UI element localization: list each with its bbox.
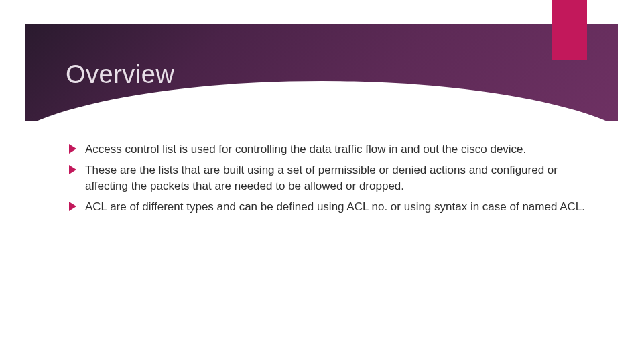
slide-title: Overview <box>66 60 174 89</box>
accent-tab <box>552 0 587 60</box>
bullet-item: ACL are of different types and can be de… <box>69 199 585 215</box>
bullet-item: Access control list is used for controll… <box>69 141 585 157</box>
bullet-item: These are the lists that are built using… <box>69 162 585 194</box>
slide-canvas: Overview Access control list is used for… <box>25 24 618 346</box>
content-list: Access control list is used for controll… <box>69 141 585 221</box>
